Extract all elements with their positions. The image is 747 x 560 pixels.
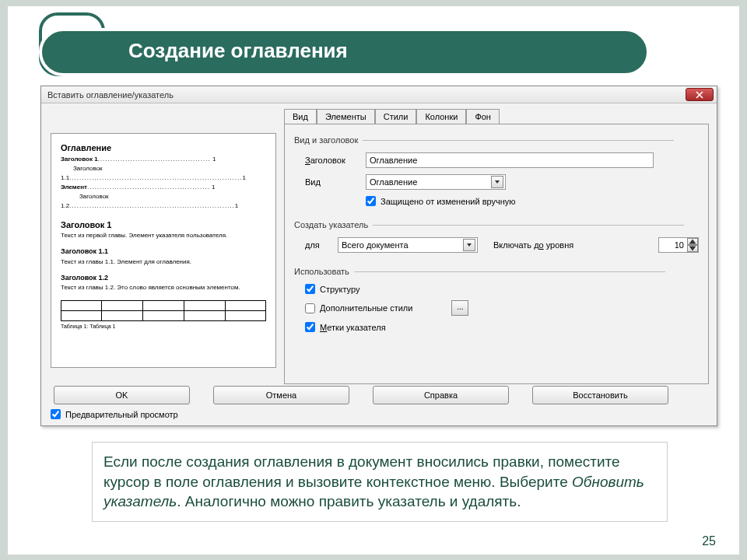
- tab-elements[interactable]: Элементы: [317, 109, 375, 124]
- tab-strip: Вид Элементы Стили Колонки Фон: [284, 108, 709, 124]
- level-spinner[interactable]: [658, 237, 699, 253]
- heading-input[interactable]: [366, 152, 654, 168]
- page-number: 25: [702, 534, 716, 548]
- protected-checkbox[interactable]: Защищено от изменений вручную: [366, 196, 516, 206]
- spin-up-icon[interactable]: [687, 238, 698, 245]
- dialog-body: Оглавление Заголовок 1..................…: [41, 103, 717, 391]
- spin-down-icon[interactable]: [687, 245, 698, 252]
- for-combo[interactable]: Всего документа: [338, 237, 478, 253]
- type-combo[interactable]: Оглавление: [366, 174, 506, 190]
- preview-checkbox[interactable]: Предварительный просмотр: [51, 409, 707, 419]
- cancel-button[interactable]: Отмена: [213, 386, 349, 404]
- toc-dialog: Вставить оглавление/указатель Оглавление…: [40, 86, 717, 426]
- label-for: для: [305, 240, 338, 250]
- index-marks-checkbox[interactable]: Метки указателя: [305, 322, 386, 332]
- dialog-title: Вставить оглавление/указатель: [47, 90, 174, 100]
- ok-button[interactable]: OK: [54, 386, 190, 404]
- tab-styles[interactable]: Стили: [375, 109, 417, 124]
- help-button[interactable]: Справка: [373, 386, 509, 404]
- label-type: Вид: [305, 177, 366, 187]
- reset-button[interactable]: Восстановить: [532, 386, 668, 404]
- tab-background[interactable]: Фон: [466, 109, 500, 124]
- label-heading: Заголовок: [305, 156, 366, 165]
- tab-view[interactable]: Вид: [284, 109, 317, 124]
- preview-pane: Оглавление Заголовок 1..................…: [51, 133, 276, 368]
- dialog-footer: OK Отмена Справка Восстановить Предварит…: [41, 380, 717, 425]
- group-create-index: Создать указатель: [294, 220, 368, 229]
- slide-title: Создание оглавления: [128, 39, 348, 63]
- tab-panel: Вид и заголовок Заголовок Вид Оглавление: [284, 124, 709, 384]
- chevron-down-icon: [491, 176, 503, 188]
- group-use: Использовать: [294, 267, 349, 276]
- preview-h1: Заголовок 1: [61, 219, 266, 232]
- preview-toc-title: Оглавление: [61, 143, 111, 152]
- extra-styles-button[interactable]: ...: [451, 300, 468, 316]
- close-button[interactable]: [686, 88, 714, 101]
- preview-column: Оглавление Заголовок 1..................…: [41, 103, 282, 391]
- slide: Создание оглавления Вставить оглавление/…: [8, 6, 739, 555]
- close-icon: [696, 91, 703, 99]
- label-level: Включать до уровня: [493, 240, 573, 250]
- structure-checkbox[interactable]: Структуру: [305, 284, 359, 294]
- note-box: Если после создания оглавления в докумен…: [92, 442, 668, 522]
- chevron-down-icon: [463, 239, 475, 251]
- dialog-header[interactable]: Вставить оглавление/указатель: [41, 86, 717, 103]
- extra-styles-checkbox[interactable]: Дополнительные стили: [305, 303, 412, 313]
- tab-columns[interactable]: Колонки: [416, 109, 466, 124]
- group-view-heading: Вид и заголовок: [294, 135, 358, 145]
- form-column: Вид Элементы Стили Колонки Фон Вид и заг…: [282, 103, 717, 391]
- preview-table: [61, 300, 266, 320]
